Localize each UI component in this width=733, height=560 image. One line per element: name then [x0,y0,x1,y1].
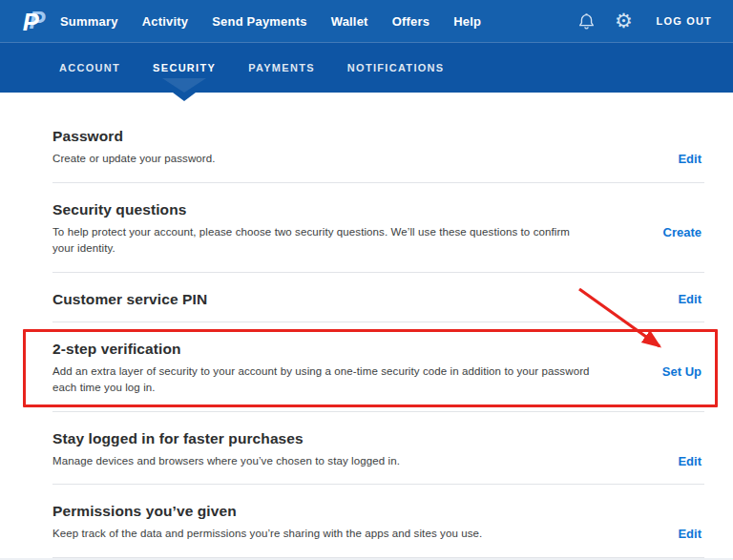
topnav-item-activity[interactable]: Activity [142,14,189,29]
tab-security[interactable]: SECURITY [153,43,216,93]
tab-payments[interactable]: PAYMENTS [248,43,315,93]
setting-text: Security questionsTo help protect your a… [52,201,590,258]
security-questions-create-link[interactable]: Create [663,225,702,239]
settings-row-permissions-you-ve-given: Permissions you’ve givenKeep track of th… [0,485,733,558]
logout-button[interactable]: LOG OUT [656,15,712,27]
setting-description: Manage devices and browsers where you’ve… [52,453,590,470]
settings-row-password: PasswordCreate or update your password.E… [0,110,733,183]
setting-title: 2-step verification [52,341,590,357]
top-navigation-bar: P P SummaryActivitySend PaymentsWalletOf… [0,0,733,42]
setting-description: Keep track of the data and permissions y… [52,526,590,543]
settings-row-2-step-verification: 2-step verificationAdd an extra layer of… [0,322,733,412]
settings-row-customer-service-pin: Customer service PINEdit [0,273,733,322]
permissions-you-ve-given-edit-link[interactable]: Edit [678,527,702,541]
settings-row-stay-logged-in-for-faster-purchases: Stay logged in for faster purchasesManag… [0,412,733,486]
stay-logged-in-for-faster-purchases-edit-link[interactable]: Edit [678,454,702,468]
settings-tabs: ACCOUNTSECURITYPAYMENTSNOTIFICATIONS [0,42,733,93]
password-edit-link[interactable]: Edit [678,152,702,166]
setting-description: To help protect your account, please cho… [52,224,590,258]
setting-text: 2-step verificationAdd an extra layer of… [52,341,590,397]
setting-text: Permissions you’ve givenKeep track of th… [52,503,590,543]
setting-description: Add an extra layer of security to your a… [52,363,590,397]
customer-service-pin-edit-link[interactable]: Edit [678,292,702,306]
topnav-item-summary[interactable]: Summary [60,14,118,29]
settings-rows: PasswordCreate or update your password.E… [0,110,733,558]
notifications-bell-icon[interactable] [576,10,597,31]
setting-title: Password [52,128,590,144]
svg-text:P: P [23,9,40,35]
settings-row-security-questions: Security questionsTo help protect your a… [0,183,733,273]
topbar-right: ⚙ LOG OUT [576,10,712,31]
setting-text: PasswordCreate or update your password. [52,128,590,168]
topnav-item-wallet[interactable]: Wallet [331,14,368,29]
setting-title: Stay logged in for faster purchases [52,430,590,446]
tab-notifications[interactable]: NOTIFICATIONS [347,43,445,93]
setting-title: Permissions you’ve given [52,503,590,519]
setting-text: Stay logged in for faster purchasesManag… [52,430,590,470]
paypal-security-settings-page: { "brand": { "monogram": "P", "name": "P… [0,0,733,560]
setting-text: Customer service PIN [52,291,590,307]
topnav-item-help[interactable]: Help [453,14,481,29]
2-step-verification-set-up-link[interactable]: Set Up [662,364,702,379]
setting-description: Create or update your password. [52,151,590,168]
security-settings-panel: PasswordCreate or update your password.E… [0,93,733,558]
setting-title: Security questions [52,201,590,218]
paypal-logo[interactable]: P P [19,5,52,37]
setting-title: Customer service PIN [52,291,590,307]
topnav-item-offers[interactable]: Offers [392,14,430,29]
settings-gear-icon[interactable]: ⚙ [613,10,634,31]
topnav-items: SummaryActivitySend PaymentsWalletOffers… [60,14,481,29]
paypal-logo-icon: P P [19,5,52,37]
tab-account[interactable]: ACCOUNT [59,43,120,93]
topnav-item-send-payments[interactable]: Send Payments [212,14,306,29]
